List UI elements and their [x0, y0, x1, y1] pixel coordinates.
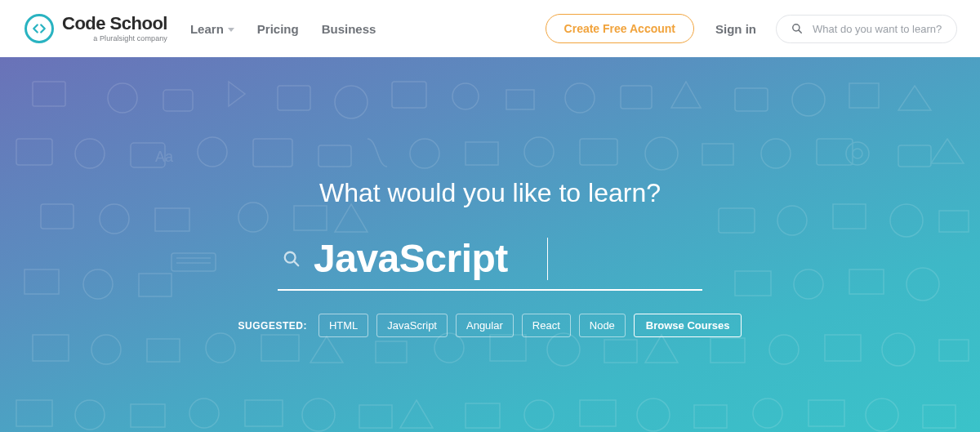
- svg-point-10: [565, 83, 595, 113]
- svg-point-54: [91, 335, 121, 364]
- svg-rect-65: [825, 335, 861, 361]
- svg-rect-27: [702, 144, 733, 165]
- svg-rect-77: [580, 400, 616, 426]
- svg-rect-4: [163, 90, 193, 111]
- svg-point-31: [846, 142, 869, 165]
- svg-rect-15: [16, 139, 52, 165]
- search-icon: [791, 23, 803, 34]
- svg-rect-55: [147, 339, 180, 362]
- svg-point-61: [547, 333, 580, 366]
- tag-node[interactable]: Node: [579, 314, 626, 337]
- svg-rect-83: [923, 405, 956, 428]
- svg-rect-12: [735, 88, 768, 111]
- logo[interactable]: Code School a Pluralsight company: [24, 14, 167, 43]
- svg-rect-46: [24, 269, 59, 294]
- svg-point-52: [906, 268, 939, 301]
- svg-point-30: [853, 149, 862, 158]
- suggested-label: SUGGESTED:: [238, 320, 307, 332]
- svg-point-34: [100, 204, 129, 234]
- svg-rect-67: [939, 340, 969, 361]
- svg-point-16: [75, 139, 105, 168]
- svg-point-28: [761, 139, 791, 168]
- svg-rect-14: [849, 83, 879, 108]
- search-icon: [283, 250, 301, 268]
- svg-point-82: [866, 399, 898, 431]
- svg-rect-23: [466, 142, 498, 165]
- svg-rect-7: [392, 82, 426, 108]
- svg-rect-68: [16, 400, 52, 426]
- header: Code School a Pluralsight company Learn …: [0, 0, 980, 57]
- tag-angular[interactable]: Angular: [456, 314, 514, 337]
- svg-rect-29: [817, 139, 853, 165]
- nav-business-label: Business: [322, 22, 376, 36]
- svg-rect-33: [41, 204, 74, 229]
- svg-point-19: [198, 137, 227, 167]
- tag-react[interactable]: React: [522, 314, 571, 337]
- nav-learn-label: Learn: [190, 22, 224, 36]
- svg-rect-35: [155, 208, 189, 231]
- browse-courses-button[interactable]: Browse Courses: [634, 314, 742, 337]
- svg-line-85: [294, 261, 298, 265]
- svg-point-22: [410, 139, 439, 168]
- svg-point-64: [769, 335, 799, 364]
- svg-rect-62: [604, 340, 637, 363]
- svg-rect-45: [939, 211, 969, 232]
- hero-search[interactable]: [278, 225, 702, 291]
- hero: Aa What: [0, 57, 980, 432]
- svg-point-71: [189, 399, 219, 428]
- svg-rect-75: [466, 403, 500, 428]
- svg-point-47: [83, 269, 113, 299]
- svg-point-44: [890, 204, 923, 237]
- svg-rect-5: [278, 86, 310, 110]
- svg-rect-25: [580, 139, 617, 165]
- svg-rect-79: [694, 405, 727, 428]
- svg-rect-32: [898, 145, 931, 167]
- svg-rect-58: [376, 341, 407, 363]
- svg-rect-49: [735, 271, 771, 296]
- hero-search-input[interactable]: [314, 236, 547, 281]
- nav-pricing[interactable]: Pricing: [257, 22, 299, 36]
- svg-point-56: [206, 333, 235, 363]
- header-search[interactable]: [776, 15, 957, 43]
- svg-point-3: [108, 83, 137, 113]
- svg-rect-57: [261, 335, 299, 361]
- svg-rect-63: [710, 338, 745, 363]
- svg-point-24: [524, 137, 554, 167]
- svg-point-73: [302, 399, 335, 431]
- svg-rect-48: [139, 274, 172, 296]
- tag-javascript[interactable]: JavaScript: [376, 314, 448, 337]
- nav: Learn Pricing Business: [190, 22, 376, 36]
- nav-pricing-label: Pricing: [257, 22, 299, 36]
- create-account-button[interactable]: Create Free Account: [546, 14, 694, 43]
- svg-rect-74: [359, 405, 392, 428]
- logo-icon: [24, 14, 54, 43]
- text-caret: [547, 238, 548, 280]
- svg-point-66: [882, 333, 915, 366]
- svg-point-42: [777, 206, 807, 235]
- svg-rect-70: [131, 404, 165, 427]
- header-search-input[interactable]: [813, 23, 942, 35]
- nav-learn[interactable]: Learn: [190, 22, 234, 36]
- svg-point-76: [524, 400, 554, 430]
- tag-html[interactable]: HTML: [318, 314, 368, 337]
- svg-point-78: [637, 399, 670, 431]
- svg-point-39: [238, 203, 268, 232]
- svg-rect-21: [318, 145, 351, 167]
- svg-rect-43: [833, 204, 866, 229]
- nav-business[interactable]: Business: [322, 22, 376, 36]
- svg-rect-60: [490, 335, 526, 361]
- svg-rect-36: [172, 253, 216, 271]
- svg-rect-81: [808, 400, 844, 426]
- chevron-down-icon: [228, 28, 234, 32]
- svg-point-13: [792, 83, 825, 116]
- svg-rect-41: [719, 208, 755, 233]
- svg-text:Aa: Aa: [155, 149, 174, 165]
- svg-rect-53: [33, 335, 69, 361]
- hero-title: What would you like to learn?: [319, 178, 661, 208]
- svg-point-50: [794, 269, 823, 299]
- sign-in-link[interactable]: Sign in: [715, 22, 756, 36]
- svg-point-59: [434, 333, 464, 363]
- svg-point-80: [753, 399, 782, 428]
- suggested-row: SUGGESTED: HTML JavaScript Angular React…: [238, 314, 742, 337]
- logo-title: Code School: [62, 15, 167, 33]
